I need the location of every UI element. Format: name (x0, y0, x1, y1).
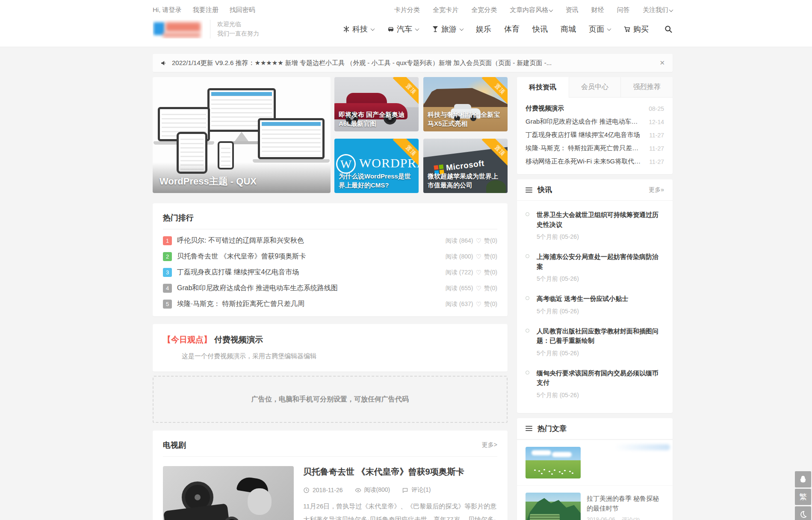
hot-article-thumbnail[interactable] (526, 447, 581, 478)
rank-badge: 5 (163, 300, 172, 309)
topbar-link-fullwidth-card[interactable]: 全宽卡片 (433, 6, 458, 13)
rank-badge: 1 (163, 236, 172, 245)
ad-placeholder-text: 广告位，电脑和手机可分别设置，可放任何广告代码 (251, 395, 409, 404)
rank-article-link[interactable]: 埃隆·马斯克： 特斯拉距离死亡曾只差几周 (177, 300, 304, 309)
list-item: 埃隆·马斯克： 特斯拉距离死亡曾只差几周 11-27 (526, 142, 664, 155)
hot-article-link[interactable]: 拉丁美洲的春季 秘鲁探秘的最佳时节 (587, 493, 664, 514)
sidebar-article-link[interactable]: Grab和印尼政府达成合作 推进电动车生态系统路线图 (526, 118, 644, 126)
like-count: 赞(0) (484, 300, 497, 308)
sidebar: 科技资讯 会员中心 强烈推荐 付费视频演示 08-25 Grab和印尼政府达成合… (517, 77, 673, 520)
search-button[interactable] (664, 25, 673, 33)
close-icon[interactable]: ✕ (659, 59, 665, 67)
nav-item-sports[interactable]: 体育 (504, 24, 520, 34)
main-nav: 科技 汽车 旅游 娱乐 体育 快讯 商城 页面 购买 (343, 24, 673, 34)
heart-icon[interactable]: ♡ (475, 237, 481, 245)
nav-item-buy[interactable]: 购买 (623, 24, 649, 34)
topbar-link-finance[interactable]: 财经 (591, 6, 604, 13)
site-logo[interactable] (153, 20, 203, 39)
featured-slider[interactable]: WordPress主题 - QUX (153, 77, 331, 193)
news-item-link[interactable]: 上海浦东公安分局查处一起妨害传染病防治案 (537, 252, 664, 271)
topbar-link-article-style[interactable]: 文章内容风格 (510, 6, 552, 13)
sticky-ribbon: 置顶 (472, 139, 508, 175)
news-item-date: 5个月前 (05-26) (537, 275, 664, 283)
qq-contact-button[interactable] (795, 471, 811, 487)
topbar-link-qa[interactable]: 问答 (617, 6, 630, 13)
nav-item-pages[interactable]: 页面 (589, 24, 611, 34)
nav-item-entertainment[interactable]: 娱乐 (476, 24, 491, 34)
flash-news-more-link[interactable]: 更多» (649, 186, 664, 194)
sidebar-article-date: 11-27 (649, 158, 664, 165)
reset-password-link[interactable]: 找回密码 (230, 6, 255, 13)
ad-placeholder[interactable]: 广告位，电脑和手机可分别设置，可放任何广告代码 (153, 376, 508, 423)
tagline-line1: 欢迎光临 (217, 20, 259, 29)
sidebar-article-date: 11-27 (649, 145, 664, 152)
list-item: 丁磊现身夜店打碟 继续押宝4亿电音市场 11-27 (526, 128, 664, 142)
rank-article-link[interactable]: 呼伦贝尔: 不可错过的辽阔草原和兴安秋色 (177, 236, 304, 245)
article-thumbnail[interactable] (163, 466, 294, 520)
news-item: 人民教育出版社回应数学教材封面和插图问题：已着手重新绘制 5个月前 (05-26… (526, 327, 664, 357)
article-item: 贝托鲁奇去世 《末代皇帝》曾获9项奥斯卡 2018-11-26 阅读(800) … (163, 466, 497, 520)
news-item-link[interactable]: 世界卫生大会就世卫组织可持续筹资通过历史性决议 (537, 210, 664, 229)
nav-item-shop[interactable]: 商城 (561, 24, 576, 34)
register-link[interactable]: 我要注册 (193, 6, 219, 13)
rank-article-link[interactable]: 贝托鲁奇去世 《末代皇帝》曾获9项奥斯卡 (177, 252, 306, 261)
tab-strong-recommend[interactable]: 强烈推荐 (620, 77, 673, 98)
nav-item-flash-news[interactable]: 快讯 (532, 24, 548, 34)
today-spotlight-widget: 【今日观点】付费视频演示 这是一个付费视频演示，采用古腾堡编辑器编辑 (153, 324, 508, 371)
sidebar-article-link[interactable]: 埃隆·马斯克： 特斯拉距离死亡曾只差几周 (526, 144, 644, 152)
announcement-text[interactable]: 2022/1/14更新 V9.2.6 推荐：★★★★★ 新增 专题边栏小工具 （… (172, 59, 659, 67)
rank-article-link[interactable]: 丁磊现身夜店打碟 继续押宝4亿电音市场 (177, 268, 299, 277)
moon-icon (799, 510, 807, 519)
flash-news-widget: 快讯 更多» 世界卫生大会就世卫组织可持续筹资通过历史性决议 5个月前 (05-… (517, 179, 673, 413)
feature-card-wordpress[interactable]: W WORDPRE 置顶 为什么说WordPress是世界上最好的CMS? (334, 139, 419, 193)
news-item-link[interactable]: 人民教育出版社回应数学教材封面和插图问题：已着手重新绘制 (537, 327, 664, 346)
hot-articles-title: 热门文章 (537, 424, 664, 434)
topbar-link-card-category[interactable]: 卡片分类 (394, 6, 420, 13)
rank-article-link[interactable]: Grab和印尼政府达成合作 推进电动车生态系统路线图 (177, 284, 338, 293)
nav-item-tech[interactable]: 科技 (343, 24, 374, 34)
rank-badge: 3 (163, 268, 172, 277)
sidebar-article-link[interactable]: 移动网络正在杀死Wi-Fi 未来5G将取代宽带？ (526, 157, 644, 166)
news-item-link[interactable]: 缅甸央行要求该国所有国内交易必须以缅币支付 (537, 368, 664, 388)
chevron-down-icon (371, 27, 375, 31)
feature-card-audi[interactable]: 置顶 即将发布 国产全新奥迪A6L最新官图 (334, 77, 419, 131)
news-item-link[interactable]: 高考临近 送考生一份应试小贴士 (537, 294, 664, 304)
tab-member-center[interactable]: 会员中心 (569, 77, 621, 98)
news-item: 世界卫生大会就世卫组织可持续筹资通过历史性决议 5个月前 (05-26) (526, 210, 664, 241)
nav-item-car[interactable]: 汽车 (387, 24, 419, 34)
heart-icon[interactable]: ♡ (475, 253, 481, 261)
logo-block-red (165, 22, 201, 32)
list-item: Grab和印尼政府达成合作 推进电动车生态系统路线图 12-14 (526, 115, 664, 128)
today-article-link[interactable]: 付费视频演示 (214, 335, 263, 344)
megaphone-icon (160, 59, 168, 67)
hot-ranking-title: 热门排行 (163, 213, 497, 229)
news-item: 上海浦东公安分局查处一起妨害传染病防治案 5个月前 (05-26) (526, 252, 664, 283)
hot-article-thumbnail[interactable] (526, 493, 581, 520)
heart-icon[interactable]: ♡ (475, 285, 481, 292)
login-link[interactable]: Hi, 请登录 (153, 6, 182, 13)
tab-tech-news[interactable]: 科技资讯 (517, 77, 569, 98)
nav-item-travel[interactable]: 旅游 (431, 24, 463, 34)
heart-icon[interactable]: ♡ (475, 300, 481, 308)
tv-more-link[interactable]: 更多> (482, 441, 497, 449)
feature-card-microsoft[interactable]: Microsoft 置顶 微软超越苹果成为世界上市值最高的公司 (423, 139, 508, 193)
article-date: 2018-11-26 (313, 487, 343, 493)
tv-section-title: 电视剧 (163, 440, 186, 450)
sidebar-article-link[interactable]: 付费视频演示 (526, 104, 564, 113)
heart-icon[interactable]: ♡ (475, 269, 481, 276)
traditional-chinese-button[interactable]: 繁 (795, 489, 811, 505)
grassland-art (526, 447, 581, 478)
tv-series-section: 电视剧 更多> 贝托鲁奇去世 《末代皇帝》曾获9项奥斯卡 (153, 431, 508, 520)
topbar-link-fullwidth-category[interactable]: 全宽分类 (471, 6, 497, 13)
hot-article-row: 拉丁美洲的春季 秘鲁探秘的最佳时节 2018-06-06评论(3) (517, 485, 673, 520)
feature-card-bmw[interactable]: 置顶 科技与奢华相结合 全新宝马X5正式亮相 (423, 77, 508, 131)
today-description: 这是一个付费视频演示，采用古腾堡编辑器编辑 (182, 352, 497, 360)
dark-mode-button[interactable] (795, 506, 811, 520)
timeline-dot-icon (526, 371, 529, 374)
article-title-link[interactable]: 贝托鲁奇去世 《末代皇帝》曾获9项奥斯卡 (303, 466, 497, 478)
topbar-link-news[interactable]: 资讯 (565, 6, 578, 13)
sidebar-article-date: 12-14 (649, 119, 664, 125)
sidebar-article-link[interactable]: 丁磊现身夜店打碟 继续押宝4亿电音市场 (526, 131, 640, 139)
article-comments: 评论(1) (411, 486, 431, 494)
topbar-link-follow-us[interactable]: 关注我们 (643, 6, 673, 13)
